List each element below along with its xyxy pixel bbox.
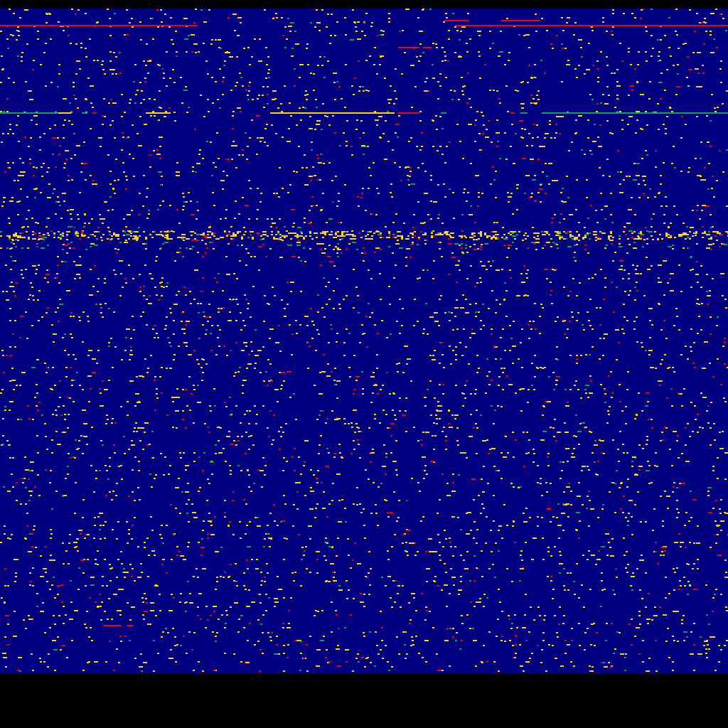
line-segment	[103, 625, 122, 626]
line-segment	[501, 20, 540, 21]
line-segment	[58, 112, 71, 114]
line-segment	[510, 112, 515, 114]
line-segment	[127, 625, 134, 626]
line-segment	[0, 25, 198, 26]
line-segment	[423, 47, 432, 48]
pixel-noise-canvas	[0, 9, 728, 674]
line-segment	[520, 112, 528, 114]
line-segment	[82, 112, 87, 114]
line-segment	[441, 112, 446, 114]
pixel-frame	[0, 9, 728, 674]
line-segment	[444, 20, 469, 21]
line-segment	[455, 25, 728, 26]
line-segment	[0, 112, 58, 114]
line-segment	[146, 112, 171, 114]
line-segment	[92, 112, 97, 114]
line-segment	[398, 112, 419, 114]
line-segment	[270, 112, 395, 114]
line-segment	[542, 112, 728, 114]
line-segment	[398, 47, 419, 48]
